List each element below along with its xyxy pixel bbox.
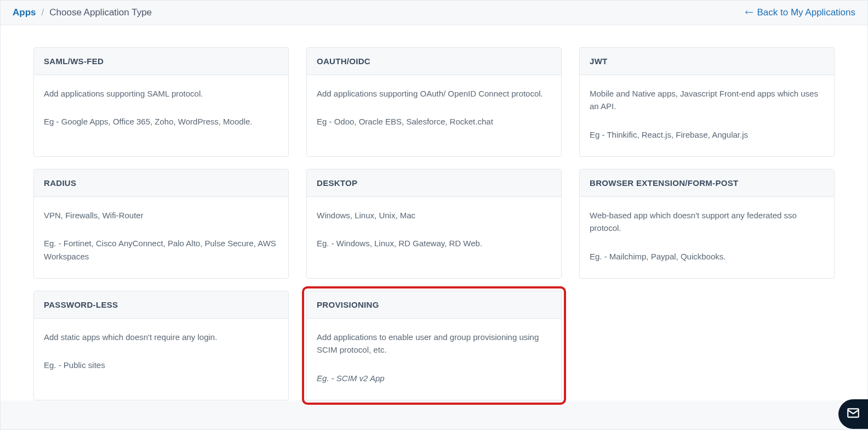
card-body: Windows, Linux, Unix, Mac Eg. - Windows,…	[307, 197, 561, 264]
card-body: Add static apps which doesn't require an…	[34, 319, 288, 386]
card-title: DESKTOP	[307, 169, 561, 197]
card-example: Eg - Odoo, Oracle EBS, Salesforce, Rocke…	[317, 115, 551, 128]
card-description: Add applications supporting OAuth/ OpenI…	[317, 87, 551, 100]
card-password-less[interactable]: PASSWORD-LESS Add static apps which does…	[33, 291, 289, 400]
card-example: Eg. - Mailchimp, Paypal, Quickbooks.	[590, 250, 824, 263]
top-bar: Apps / Choose Application Type 🡐 Back to…	[1, 1, 867, 25]
breadcrumb-root-link[interactable]: Apps	[13, 7, 36, 18]
card-body: Mobile and Native apps, Javascript Front…	[580, 75, 834, 155]
back-link-label: Back to My Applications	[757, 7, 855, 18]
card-description: Add applications to enable user and grou…	[317, 331, 551, 357]
card-oauth-oidc[interactable]: OAUTH/OIDC Add applications supporting O…	[306, 47, 562, 157]
chat-fab[interactable]	[838, 399, 868, 429]
arrow-left-icon: 🡐	[745, 8, 753, 18]
card-example: Eg. - Windows, Linux, RD Gateway, RD Web…	[317, 237, 551, 250]
breadcrumb-separator: /	[42, 7, 44, 18]
card-example: Eg. - Fortinet, Cisco AnyConnect, Palo A…	[44, 237, 278, 263]
card-title: BROWSER EXTENSION/FORM-POST	[580, 169, 834, 197]
card-description: Mobile and Native apps, Javascript Front…	[590, 87, 824, 113]
card-description: Windows, Linux, Unix, Mac	[317, 209, 551, 222]
card-description: Web-based app which doesn't support any …	[590, 209, 824, 235]
card-title: JWT	[580, 48, 834, 75]
card-body: Add applications supporting OAuth/ OpenI…	[307, 75, 561, 143]
card-description: Add static apps which doesn't require an…	[44, 331, 278, 343]
breadcrumb: Apps / Choose Application Type	[13, 7, 152, 18]
card-body: VPN, Firewalls, Wifi-Router Eg. - Fortin…	[34, 197, 288, 277]
content-area: SAML/WS-FED Add applications supporting …	[1, 25, 867, 400]
card-title: SAML/WS-FED	[34, 48, 288, 75]
card-example: Eg - Google Apps, Office 365, Zoho, Word…	[44, 115, 278, 128]
card-jwt[interactable]: JWT Mobile and Native apps, Javascript F…	[579, 47, 835, 157]
card-browser-extension[interactable]: BROWSER EXTENSION/FORM-POST Web-based ap…	[579, 169, 835, 279]
card-body: Add applications to enable user and grou…	[307, 319, 561, 399]
app-type-grid: SAML/WS-FED Add applications supporting …	[1, 47, 867, 400]
breadcrumb-current: Choose Application Type	[49, 7, 152, 18]
card-body: Web-based app which doesn't support any …	[580, 197, 834, 277]
card-body: Add applications supporting SAML protoco…	[34, 75, 288, 143]
back-to-applications-link[interactable]: 🡐 Back to My Applications	[745, 7, 855, 18]
card-example: Eg - Thinkific, React.js, Firebase, Angu…	[590, 128, 824, 141]
card-desktop[interactable]: DESKTOP Windows, Linux, Unix, Mac Eg. - …	[306, 169, 562, 279]
card-description: Add applications supporting SAML protoco…	[44, 87, 278, 100]
card-radius[interactable]: RADIUS VPN, Firewalls, Wifi-Router Eg. -…	[33, 169, 289, 279]
mail-icon	[846, 406, 860, 422]
card-provisioning[interactable]: PROVISIONING Add applications to enable …	[306, 291, 562, 400]
card-title: OAUTH/OIDC	[307, 48, 561, 75]
card-description: VPN, Firewalls, Wifi-Router	[44, 209, 278, 222]
card-title: PASSWORD-LESS	[34, 291, 288, 319]
card-example: Eg. - Public sites	[44, 359, 278, 371]
card-saml-wsfed[interactable]: SAML/WS-FED Add applications supporting …	[33, 47, 289, 157]
card-title: RADIUS	[34, 169, 288, 197]
card-title: PROVISIONING	[307, 291, 561, 319]
card-example: Eg. - SCIM v2 App	[317, 372, 551, 384]
